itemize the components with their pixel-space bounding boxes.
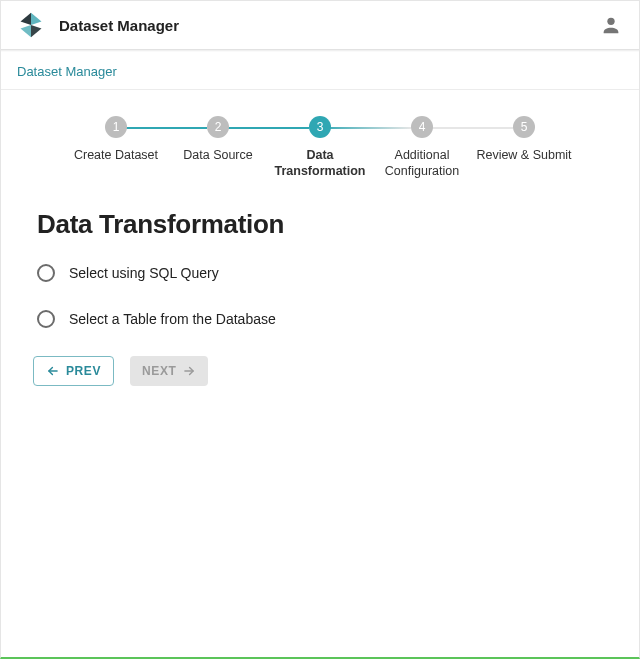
svg-point-4: [607, 18, 614, 25]
arrow-left-icon: [46, 364, 60, 378]
svg-marker-0: [21, 13, 32, 25]
step-1[interactable]: 1 Create Dataset: [65, 116, 167, 179]
step-4-label: Additional Configuration: [374, 148, 470, 179]
step-2[interactable]: 2 Data Source: [167, 116, 269, 179]
step-1-number: 1: [105, 116, 127, 138]
arrow-right-icon: [182, 364, 196, 378]
prev-button-label: PREV: [66, 364, 101, 378]
step-2-number: 2: [207, 116, 229, 138]
user-icon[interactable]: [599, 13, 623, 37]
step-4[interactable]: 4 Additional Configuration: [371, 116, 473, 179]
step-5-label: Review & Submit: [476, 148, 571, 164]
step-3-label: Data Transformation: [272, 148, 368, 179]
option-select-table-label: Select a Table from the Database: [69, 311, 276, 327]
step-5[interactable]: 5 Review & Submit: [473, 116, 575, 179]
next-button-label: NEXT: [142, 364, 176, 378]
option-sql-query-label: Select using SQL Query: [69, 265, 219, 281]
app-logo-icon: [17, 11, 45, 39]
radio-icon: [37, 310, 55, 328]
breadcrumb: Dataset Manager: [1, 52, 639, 89]
prev-button[interactable]: PREV: [33, 356, 114, 386]
step-1-label: Create Dataset: [74, 148, 158, 164]
app-header: Dataset Manager: [1, 1, 639, 49]
step-4-number: 4: [411, 116, 433, 138]
step-3-number: 3: [309, 116, 331, 138]
page-heading: Data Transformation: [37, 209, 603, 240]
step-2-label: Data Source: [183, 148, 252, 164]
option-select-table[interactable]: Select a Table from the Database: [37, 310, 603, 328]
svg-marker-1: [31, 13, 42, 25]
breadcrumb-item-dataset-manager[interactable]: Dataset Manager: [17, 64, 117, 79]
step-5-number: 5: [513, 116, 535, 138]
radio-icon: [37, 264, 55, 282]
svg-marker-3: [31, 25, 42, 37]
option-sql-query[interactable]: Select using SQL Query: [37, 264, 603, 282]
step-3[interactable]: 3 Data Transformation: [269, 116, 371, 179]
svg-marker-2: [21, 25, 32, 37]
next-button: NEXT: [130, 356, 208, 386]
stepper: 1 Create Dataset 2 Data Source 3 Data Tr…: [1, 90, 639, 179]
app-title: Dataset Manager: [59, 17, 179, 34]
